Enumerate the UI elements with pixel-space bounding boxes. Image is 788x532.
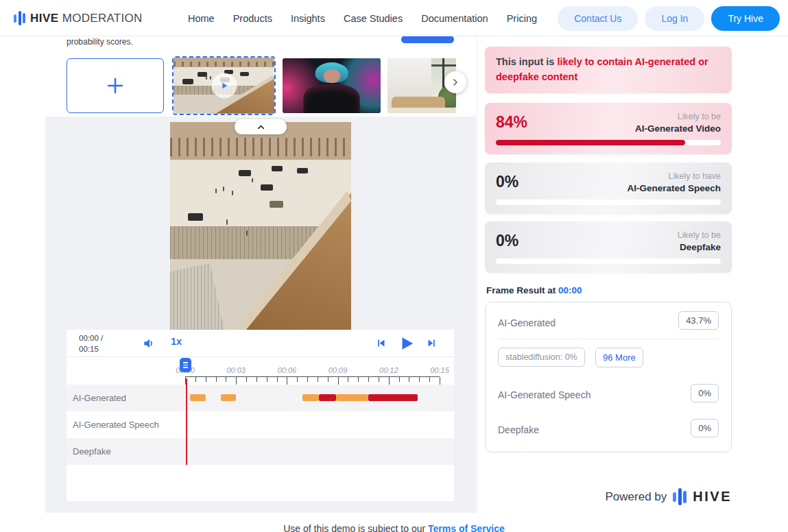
ruler-tick	[409, 377, 409, 382]
thumbnail-next-button[interactable]	[444, 71, 466, 93]
footer-terms: Use of this demo is subject to our Terms…	[0, 523, 788, 532]
ruler-tick	[429, 377, 430, 382]
playback-speed-button[interactable]: 1x	[171, 336, 182, 347]
scrubber-handle[interactable]	[180, 358, 191, 372]
player-panel: 00:00 / 00:15 1x 00:0000:	[45, 117, 476, 513]
detection-segment-orange	[221, 394, 236, 401]
nav-links: HomeProductsInsightsCase StudiesDocument…	[188, 0, 537, 36]
ruler-tick	[419, 377, 420, 382]
detection-tracks: AI-GeneratedAI-Generated SpeechDeepfake	[67, 385, 454, 465]
ruler-tick	[297, 377, 298, 382]
score-caption: Likely to be	[678, 230, 721, 240]
score-card-ai-speech: 0% Likely to have AI-Generated Speech	[485, 162, 732, 214]
nav-link-products[interactable]: Products	[233, 13, 272, 24]
frame-row-label: Deepfake	[498, 424, 539, 435]
try-hive-button[interactable]: Try Hive	[711, 6, 780, 31]
play-button[interactable]	[398, 335, 416, 352]
thumbnail-strip	[67, 56, 456, 115]
score-label: AI-Generated Video	[635, 123, 721, 134]
navbar: HIVE MODERATION HomeProductsInsightsCase…	[0, 0, 788, 36]
chevron-up-icon	[256, 122, 266, 132]
nav-link-insights[interactable]: Insights	[291, 13, 325, 24]
hive-logo-icon	[14, 11, 25, 25]
brand-name-light: MODERATION	[62, 12, 143, 25]
ruler-tick	[226, 377, 226, 382]
ruler-tick	[195, 377, 196, 382]
track-row-ai-generated-speech: AI-Generated Speech	[67, 411, 454, 438]
player-controls: 00:00 / 00:15 1x	[67, 330, 454, 357]
contact-us-button[interactable]: Contact Us	[558, 6, 638, 31]
score-value: 0%	[496, 173, 518, 191]
playhead-line	[186, 378, 187, 465]
model-tag-chip: stablediffusion: 0%	[498, 348, 585, 367]
ruler-tick	[338, 377, 339, 385]
plus-icon	[104, 74, 127, 97]
ruler-tick	[368, 377, 369, 382]
tick-label: 00:15	[430, 366, 449, 374]
ruler-tick	[348, 377, 348, 382]
ruler-tick	[287, 377, 287, 385]
frame-row-value: 0%	[691, 384, 719, 402]
score-card-deepfake: 0% Likely to be Deepfake	[485, 221, 732, 273]
ruler-tick	[358, 377, 359, 382]
tick-label: 00:03	[226, 366, 246, 374]
score-caption: Likely to be	[678, 112, 721, 121]
upload-tile[interactable]	[67, 58, 164, 113]
column-divider	[477, 36, 477, 513]
ruler-tick	[267, 377, 267, 382]
timeline-ruler[interactable]	[185, 376, 440, 385]
detection-segment-red	[319, 394, 336, 401]
skip-forward-button[interactable]	[426, 337, 438, 349]
brand-logo[interactable]: HIVE MODERATION	[14, 0, 143, 36]
nav-link-documentation[interactable]: Documentation	[421, 13, 488, 24]
track-row-deepfake: Deepfake	[67, 438, 454, 465]
nav-link-case-studies[interactable]: Case Studies	[344, 13, 403, 24]
score-progress-fill	[496, 140, 685, 145]
video-player[interactable]	[170, 122, 351, 330]
thumbnail-selected-video[interactable]	[172, 56, 276, 115]
powered-by: Powered by HIVE	[485, 488, 732, 505]
frame-result-time: 00:00	[558, 285, 582, 295]
frame-result-title: Frame Result at 00:00	[486, 285, 582, 295]
skip-back-button[interactable]	[375, 337, 387, 349]
log-in-button[interactable]: Log In	[645, 6, 704, 31]
ruler-tick	[328, 377, 329, 382]
timeline-card: 00:00 / 00:15 1x 00:0000:	[67, 330, 454, 501]
skip-forward-icon	[426, 337, 438, 349]
nav-actions: Contact Us Log In Try Hive	[558, 0, 780, 36]
nav-link-home[interactable]: Home	[188, 13, 215, 24]
nav-link-pricing[interactable]: Pricing	[507, 13, 537, 24]
ruler-tick	[318, 377, 318, 382]
chevron-right-icon	[450, 77, 461, 88]
thumbnail-cyberpunk-portrait[interactable]	[283, 58, 381, 113]
skip-back-icon	[375, 337, 387, 349]
play-icon	[398, 335, 416, 352]
score-progress-track	[496, 140, 721, 145]
tick-label: 00:12	[379, 366, 398, 374]
track-label: AI-Generated Speech	[73, 411, 159, 438]
volume-button[interactable]	[142, 337, 157, 352]
scrubber-area: 00:0000:0300:0600:0900:1200:15	[67, 357, 454, 385]
ruler-tick	[389, 377, 390, 385]
score-label: Deepfake	[680, 242, 721, 252]
speaker-icon	[142, 337, 156, 350]
collapse-video-button[interactable]	[235, 119, 287, 134]
more-models-button[interactable]: 96 More	[595, 348, 643, 367]
terms-of-service-link[interactable]: Terms of Service	[428, 523, 505, 532]
detection-segment-orange	[336, 394, 368, 401]
ruler-tick	[256, 377, 257, 382]
frame-row-label: AI-Generated	[498, 317, 556, 328]
ruler-tick	[236, 377, 237, 385]
powered-by-text: Powered by	[606, 490, 667, 504]
submit-button-partially-hidden[interactable]	[401, 36, 454, 43]
score-label: AI-Generated Speech	[627, 183, 721, 193]
ruler-tick	[440, 377, 440, 385]
frame-result-card: AI-Generated 43.7% stablediffusion: 0% 9…	[485, 302, 732, 452]
ruler-tick	[206, 377, 206, 382]
score-card-ai-video: 84% Likely to be AI-Generated Video	[485, 103, 732, 154]
track-label: AI-Generated	[73, 385, 126, 411]
frame-row-value: 0%	[691, 419, 719, 437]
ruler-tick	[216, 377, 217, 382]
ruler-tick	[379, 377, 379, 382]
verdict-banner: This input is likely to contain AI-gener…	[485, 47, 732, 93]
